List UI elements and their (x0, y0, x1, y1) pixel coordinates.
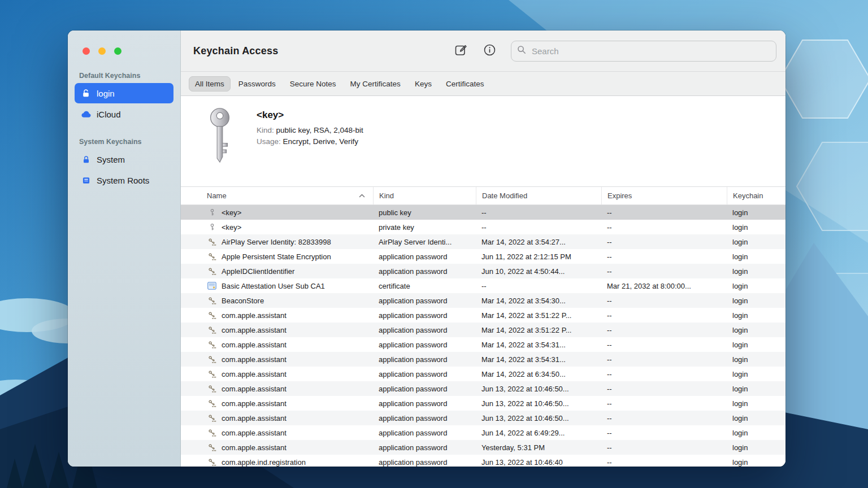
item-name-cell: com.apple.assistant (181, 355, 373, 364)
tab-label: Secure Notes (290, 80, 336, 88)
item-expires: -- (601, 355, 727, 364)
items-table: NameKindDate ModifiedExpiresKeychain <ke… (181, 186, 785, 467)
table-row[interactable]: <key>public key----login (181, 205, 785, 220)
table-row[interactable]: com.apple.assistantapplication passwordM… (181, 367, 785, 381)
table-row[interactable]: com.apple.assistantapplication passwordJ… (181, 396, 785, 411)
item-name: com.apple.assistant (222, 443, 287, 452)
item-expires: -- (601, 311, 727, 320)
tab-secure-notes[interactable]: Secure Notes (284, 76, 342, 91)
item-expires: -- (601, 238, 727, 246)
item-name-cell: AirPlay Server Identity: 82833998 (181, 238, 373, 246)
table-row[interactable]: com.apple.assistantapplication passwordJ… (181, 411, 785, 425)
table-row[interactable]: Apple Persistent State Encryptionapplica… (181, 249, 785, 264)
table-row[interactable]: com.apple.assistantapplication passwordJ… (181, 381, 785, 396)
item-name-cell: com.apple.assistant (181, 429, 373, 437)
item-date-modified: Mar 14, 2022 at 3:54:30... (476, 297, 601, 305)
search-field[interactable] (511, 41, 776, 62)
item-keychain: login (727, 458, 785, 467)
item-name: com.apple.assistant (222, 414, 287, 422)
tab-passwords[interactable]: Passwords (232, 76, 282, 91)
column-header-kind[interactable]: Kind (373, 187, 476, 204)
item-keychain: login (727, 355, 785, 364)
item-keychain: login (727, 208, 785, 217)
item-name: BeaconStore (222, 297, 264, 305)
item-kind: application password (373, 267, 476, 276)
password-icon (207, 238, 216, 246)
info-button[interactable] (482, 42, 497, 59)
table-row[interactable]: com.apple.assistantapplication passwordM… (181, 337, 785, 352)
page-title: Keychain Access (193, 45, 278, 57)
item-keychain: login (727, 223, 785, 232)
column-header-date-modified[interactable]: Date Modified (476, 187, 601, 204)
item-name-cell: com.apple.assistant (181, 443, 373, 452)
table-row[interactable]: com.apple.assistantapplication passwordM… (181, 308, 785, 323)
item-name-cell: com.apple.assistant (181, 385, 373, 393)
item-expires: -- (601, 252, 727, 261)
item-expires: -- (601, 223, 727, 232)
item-expires: -- (601, 370, 727, 378)
sidebar-item-system[interactable]: System (75, 149, 173, 169)
tab-certificates[interactable]: Certificates (440, 76, 491, 91)
item-expires: -- (601, 297, 727, 305)
table-body: <key>public key----login<key>private key… (181, 205, 785, 467)
sidebar-item-label: login (97, 89, 115, 98)
toolbar: Keychain Access (181, 30, 785, 72)
item-name-cell: BeaconStore (181, 297, 373, 305)
column-header-name[interactable]: Name (181, 187, 373, 204)
sidebar-section: Default Keychains login iCloud (68, 72, 180, 124)
table-row[interactable]: AppleIDClientIdentifierapplication passw… (181, 264, 785, 278)
item-name: AirPlay Server Identity: 82833998 (222, 238, 331, 246)
item-expires: -- (601, 385, 727, 393)
sort-ascending-icon (359, 194, 365, 198)
new-item-button[interactable] (453, 42, 468, 59)
sidebar-item-login[interactable]: login (75, 83, 173, 103)
item-kind: application password (373, 341, 476, 349)
item-name: com.apple.assistant (222, 370, 287, 378)
item-expires: -- (601, 458, 727, 467)
item-keychain: login (727, 311, 785, 320)
password-icon (207, 355, 216, 364)
item-date-modified: Jun 10, 2022 at 4:50:44... (476, 267, 601, 276)
system-roots-icon (80, 176, 92, 185)
table-row[interactable]: com.apple.assistantapplication passwordM… (181, 323, 785, 337)
item-keychain: login (727, 267, 785, 276)
password-icon (207, 267, 216, 276)
tab-my-certificates[interactable]: My Certificates (344, 76, 407, 91)
password-icon (207, 385, 216, 393)
table-row[interactable]: com.apple.assistantapplication passwordM… (181, 352, 785, 367)
sidebar-item-system-roots[interactable]: System Roots (75, 170, 173, 190)
item-expires: -- (601, 341, 727, 349)
item-kind: application password (373, 399, 476, 408)
close-window-button[interactable] (83, 47, 90, 55)
sidebar: Default Keychains login iCloud System Ke… (68, 30, 181, 467)
tab-label: Certificates (446, 80, 484, 88)
tab-all-items[interactable]: All Items (189, 76, 231, 91)
table-row[interactable]: Basic Attestation User Sub CA1certificat… (181, 278, 785, 293)
table-row[interactable]: com.apple.ind.registrationapplication pa… (181, 455, 785, 467)
sidebar-item-icloud[interactable]: iCloud (75, 104, 173, 124)
column-header-keychain[interactable]: Keychain (727, 187, 785, 204)
minimize-window-button[interactable] (98, 47, 106, 55)
column-header-expires[interactable]: Expires (601, 187, 727, 204)
password-icon (207, 443, 216, 452)
zoom-window-button[interactable] (114, 47, 121, 55)
item-name-cell: com.apple.ind.registration (181, 458, 373, 467)
item-expires: -- (601, 443, 727, 452)
table-row[interactable]: com.apple.assistantapplication passwordY… (181, 440, 785, 455)
search-input[interactable] (531, 46, 770, 56)
item-date-modified: -- (476, 282, 601, 290)
table-row[interactable]: com.apple.assistantapplication passwordJ… (181, 425, 785, 440)
table-row[interactable]: BeaconStoreapplication passwordMar 14, 2… (181, 293, 785, 308)
item-keychain: login (727, 429, 785, 437)
tab-keys[interactable]: Keys (409, 76, 438, 91)
item-kind: application password (373, 429, 476, 437)
item-kind: application password (373, 370, 476, 378)
table-row[interactable]: AirPlay Server Identity: 82833998AirPlay… (181, 234, 785, 249)
password-icon (207, 370, 216, 378)
item-date-modified: Mar 14, 2022 at 3:54:31... (476, 355, 601, 364)
table-row[interactable]: <key>private key----login (181, 220, 785, 234)
item-name: Apple Persistent State Encryption (222, 252, 331, 261)
item-kind: application password (373, 414, 476, 422)
item-keychain: login (727, 238, 785, 246)
tab-bar: All Items Passwords Secure Notes My Cert… (181, 72, 785, 96)
